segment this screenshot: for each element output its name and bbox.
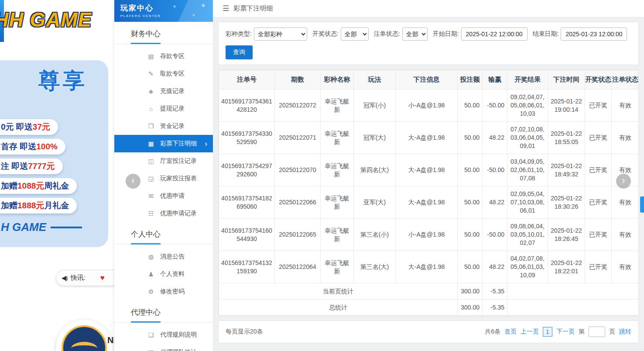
first-page-link[interactable]: 首页 (504, 328, 517, 336)
agent-rules-icon: ❏ (147, 331, 154, 338)
cell-period: 20250122066 (275, 186, 321, 219)
sidebar-item-profile[interactable]: ♟个人资料 (114, 265, 213, 283)
promo-pill-highlight: 37元 (33, 122, 50, 131)
column-header-lottery-name: 彩种名称 (321, 70, 354, 89)
menu-toggle-icon[interactable]: ☰ (223, 4, 229, 13)
lottery-type-select[interactable]: 全部彩种 (254, 28, 307, 41)
cell-bet-time: 2025-01-22 18:30:26 (548, 186, 585, 219)
cell-order-status: 有效 (612, 122, 639, 154)
cell-order-status: 有效 (612, 219, 639, 251)
cell-play: 第三名(小) (354, 219, 396, 251)
sidebar-item-label: 提现记录 (160, 105, 185, 113)
cell-win-loss: 48.22 (483, 251, 507, 283)
summary-label: 当前页统计 (219, 283, 458, 299)
cell-bet-info: 大-A盘@1.98 (396, 251, 458, 283)
total-count: 共6条 (485, 328, 500, 336)
prev-page-link[interactable]: 上一页 (521, 328, 539, 336)
pagination-controls: 共6条 首页 上一页 1 下一页 第 页 跳转 (485, 327, 631, 337)
promo-pill: 加赠1888元月礼金 (0, 198, 77, 213)
cell-win-loss: -50.00 (483, 89, 507, 122)
end-date-input[interactable] (561, 28, 627, 41)
filter-label-draw-status: 开奖状态: (312, 30, 339, 38)
cell-draw-result: 02,09,05,04,07,10,03,08,06,01 (507, 186, 548, 219)
section-title-agent: 代理中心 (114, 300, 213, 323)
current-page-box[interactable]: 1 (543, 327, 552, 337)
cell-draw-status: 已开奖 (585, 122, 612, 154)
team-logo-text: NE (107, 335, 114, 345)
team-logo-outer-circle (56, 320, 113, 351)
cell-bet-amount: 50.00 (458, 251, 483, 283)
cell-bet-amount: 50.00 (458, 219, 483, 251)
cell-draw-result: 04,02,07,08,05,06,01,03,10,09 (507, 251, 548, 283)
sidebar-item-lottery-bet-details[interactable]: ▦彩票下注明细› (114, 135, 213, 152)
query-button[interactable]: 查询 (226, 45, 253, 59)
filter-label-end-date: 结束日期: (533, 30, 559, 38)
cell-lottery-name: 幸运飞艇新 (321, 89, 354, 122)
promo-footer-logo: H GAME (1, 220, 108, 234)
cell-bet-no: 401569173754182695060 (219, 186, 275, 219)
change-password-icon: ⚙ (147, 288, 154, 295)
cell-bet-amount: 50.00 (458, 154, 483, 186)
jump-page-input[interactable] (589, 327, 605, 337)
column-header-draw-status: 开奖状态 (585, 70, 612, 89)
promo-footer-logo-text: H GAME (1, 220, 46, 234)
filter-label-lottery-type: 彩种类型: (226, 30, 252, 38)
start-date-input[interactable] (461, 28, 528, 41)
order-status-select[interactable]: 全部 (402, 28, 428, 41)
promo-apply-icon: ✉ (147, 193, 154, 200)
column-header-bet-amount: 投注额 (458, 70, 483, 89)
sidebar-item-deposit-zone[interactable]: ▤存款专区 (114, 48, 213, 65)
section-title-label: 财务中心 (131, 29, 161, 44)
sidebar-item-announcements[interactable]: ◍消息公告 (114, 248, 213, 265)
cell-lottery-name: 幸运飞艇新 (321, 154, 354, 186)
carousel-prev-button[interactable]: ‹ (126, 174, 140, 189)
cell-bet-time: 2025-01-22 19:00:14 (548, 89, 585, 122)
promo-pill-list: 0元 即送37元首存 即送100%注 即送7777元加赠1088元周礼金加赠18… (0, 119, 108, 213)
cell-bet-amount: 50.00 (458, 89, 483, 122)
sidebar-item-withdrawal-records[interactable]: ⌂提现记录 (114, 100, 213, 117)
cell-draw-result: 09,02,04,07,05,08,06,01,10,03 (507, 89, 548, 122)
sidebar-item-label: 修改密码 (160, 288, 185, 296)
column-header-period: 期数 (275, 70, 321, 89)
section-title-personal: 个人中心 (114, 222, 213, 244)
sidebar-item-promo-apply[interactable]: ✉优惠申请 (114, 187, 213, 205)
cell-order-status: 有效 (612, 89, 639, 122)
bets-table-card: 注单号期数彩种名称玩法下注信息投注额输赢开奖结果下注时间开奖状态注单状态 401… (218, 69, 639, 316)
lottery-bet-details-icon: ▦ (147, 140, 154, 147)
promo-pill-text: 加赠 (1, 201, 17, 210)
cell-win-loss: 48.22 (483, 122, 507, 154)
promo-pill-text: 0元 即送 (1, 122, 33, 131)
sidebar-item-withdraw-zone[interactable]: ✎取款专区 (114, 65, 213, 83)
sidebar-item-hall-bet-records[interactable]: ◫厅室投注记录 (114, 152, 213, 170)
cell-draw-status: 已开奖 (585, 219, 612, 251)
section-title-label: 个人中心 (131, 229, 161, 244)
sidebar-item-promo-apply-records[interactable]: ☷优惠申请记录 (114, 205, 213, 222)
sidebar-item-agent-rules[interactable]: ❏代理规则说明 (114, 326, 213, 344)
cell-play: 冠军(小) (354, 89, 396, 122)
summary-empty-cell (507, 283, 639, 299)
column-header-bet-info: 下注信息 (396, 70, 458, 89)
cell-draw-status: 已开奖 (585, 89, 612, 122)
promo-pill-highlight: 1888元 (17, 201, 44, 210)
sidebar-item-agent-team-stats[interactable]: ▥代理团队统计 (114, 344, 213, 351)
column-header-bet-time: 下注时间 (548, 70, 585, 89)
summary-bet-amount: 300.00 (458, 283, 483, 299)
sidebar-item-change-password[interactable]: ⚙修改密码 (114, 283, 213, 300)
cell-draw-status: 已开奖 (585, 251, 612, 283)
sidebar-item-fund-records[interactable]: ❒资金记录 (114, 117, 213, 135)
draw-status-select[interactable]: 全部 (341, 28, 369, 41)
jump-button[interactable]: 跳转 (619, 328, 631, 336)
page-title: 彩票下注明细 (233, 4, 273, 13)
next-page-link[interactable]: 下一页 (556, 328, 575, 336)
sidebar-item-recharge-records[interactable]: ◈充值记录 (114, 83, 213, 100)
cell-period: 20250122071 (275, 122, 321, 154)
cell-bet-time: 2025-01-22 18:55:05 (548, 122, 585, 154)
fund-records-icon: ❒ (147, 123, 154, 130)
team-logo: NE (56, 320, 113, 351)
side-tab[interactable] (640, 196, 644, 213)
background-page: HH GAME 尊享 0元 即送37元首存 即送100%注 即送7777元加赠1… (0, 0, 114, 351)
promo-pill: 0元 即送37元 (0, 119, 58, 135)
carousel-next-button[interactable]: › (616, 174, 631, 189)
promo-pill: 注 即送7777元 (0, 158, 63, 174)
summary-win-loss: -5.35 (483, 283, 507, 299)
